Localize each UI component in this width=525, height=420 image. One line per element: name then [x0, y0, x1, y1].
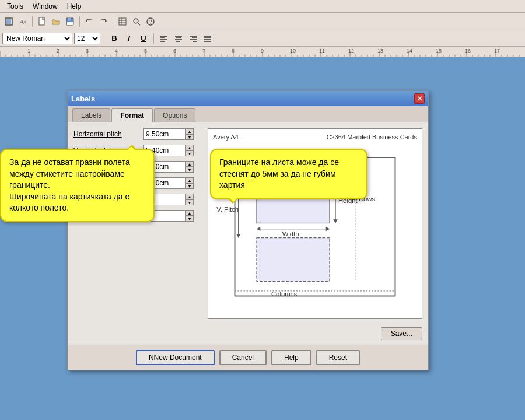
toolbar-sep-3: [113, 16, 113, 27]
align-left-button[interactable]: [158, 32, 170, 45]
dialog-close-button[interactable]: ✕: [414, 93, 425, 104]
dialog-footer: NNew Document Cancel Help Reset: [68, 345, 428, 370]
justify-button[interactable]: [201, 32, 214, 45]
help-button[interactable]: Help: [271, 350, 312, 365]
help-label: Help: [284, 354, 299, 362]
toolbar-sep-2: [79, 16, 80, 27]
new-document-button[interactable]: NNew Document: [136, 350, 215, 365]
toolbar-btn-help[interactable]: ?: [144, 15, 157, 28]
svg-rect-50: [257, 238, 330, 282]
format-bar: New Roman 12 B I U: [0, 30, 525, 47]
spin-extra1: ▲ ▼: [186, 194, 194, 205]
toolbar-sep-1: [32, 16, 33, 27]
cancel-button[interactable]: Cancel: [219, 350, 267, 365]
spin-up-height[interactable]: ▲: [186, 177, 194, 183]
spin-up-width[interactable]: ▲: [186, 161, 194, 167]
toolbar-btn-search[interactable]: [130, 15, 143, 28]
spin-down-vertical-pitch[interactable]: ▼: [186, 150, 194, 156]
input-horizontal-pitch[interactable]: [144, 128, 186, 140]
toolbar-btn-new[interactable]: [36, 15, 48, 28]
svg-rect-7: [67, 22, 73, 25]
dialog-title-bar: Labels ✕: [68, 91, 428, 106]
format-sep-1: [104, 33, 104, 44]
bold-button[interactable]: B: [108, 32, 121, 45]
spin-down-width[interactable]: ▼: [186, 167, 194, 173]
tab-format[interactable]: Format: [111, 108, 153, 123]
right-callout: Границите на листа може да се стеснят до…: [210, 149, 368, 200]
app-background: Tools Window Help AA: [0, 0, 525, 420]
label-horizontal-pitch: Horizontal pitch: [74, 130, 144, 138]
save-row: Save...: [68, 325, 428, 345]
spin-up-horizontal-pitch[interactable]: ▲: [186, 128, 194, 134]
spin-vertical-pitch: ▲ ▼: [186, 145, 194, 156]
svg-line-15: [138, 23, 140, 25]
menu-bar: Tools Window Help: [0, 0, 525, 13]
reset-label: Reset: [329, 354, 347, 362]
preview-label-card: C2364 Marbled Business Cards: [327, 134, 417, 141]
spin-horizontal-pitch: ▲ ▼: [186, 128, 194, 140]
preview-label-avery: Avery A4: [213, 134, 239, 141]
dialog-tabs: Labels Format Options: [68, 106, 428, 123]
svg-rect-1: [6, 19, 11, 24]
svg-rect-6: [68, 18, 71, 21]
spin-height: ▲ ▼: [186, 177, 194, 189]
main-toolbar: AA ?: [0, 13, 525, 30]
underline-button[interactable]: U: [137, 32, 150, 45]
spin-up-extra1[interactable]: ▲: [186, 194, 194, 200]
left-callout-text: За да не остават празни полета между ети…: [9, 158, 130, 212]
toolbar-btn-open[interactable]: [50, 15, 62, 28]
dialog-title: Labels: [71, 94, 95, 103]
tab-options[interactable]: Options: [154, 108, 195, 122]
toolbar-btn-table[interactable]: [116, 15, 129, 28]
svg-rect-10: [119, 18, 126, 25]
ruler: [0, 47, 525, 57]
ruler-canvas: [0, 47, 525, 57]
spin-up-vertical-pitch[interactable]: ▲: [186, 145, 194, 150]
toolbar-btn-redo[interactable]: [97, 15, 110, 28]
svg-text:Width: Width: [282, 230, 299, 237]
preview-title-row: Avery A4 C2364 Marbled Business Cards: [213, 134, 417, 141]
labels-dialog: Labels ✕ Labels Format Options Horizonta…: [67, 90, 429, 370]
svg-point-14: [134, 19, 138, 23]
italic-button[interactable]: I: [123, 32, 135, 45]
spin-up-extra2[interactable]: ▲: [186, 210, 194, 216]
spin-down-extra2[interactable]: ▼: [186, 216, 194, 222]
tab-labels[interactable]: Labels: [72, 108, 110, 122]
reset-button[interactable]: Reset: [316, 350, 360, 365]
new-document-label: NNew Document: [149, 354, 202, 362]
svg-text:?: ?: [149, 18, 153, 25]
toolbar-btn-undo[interactable]: [83, 15, 96, 28]
align-center-button[interactable]: [172, 32, 185, 45]
toolbar-btn-save[interactable]: [64, 15, 76, 28]
right-callout-text: Границите на листа може да се стеснят до…: [219, 158, 339, 190]
align-right-button[interactable]: [187, 32, 200, 45]
spin-down-horizontal-pitch[interactable]: ▼: [186, 134, 194, 140]
toolbar-btn-2[interactable]: AA: [16, 15, 29, 28]
svg-text:A: A: [23, 19, 27, 26]
spin-down-extra1[interactable]: ▼: [186, 200, 194, 205]
spin-width: ▲ ▼: [186, 161, 194, 173]
font-selector[interactable]: New Roman: [2, 33, 72, 44]
menu-window[interactable]: Window: [28, 1, 62, 12]
field-horizontal-pitch: Horizontal pitch ▲ ▼: [74, 128, 202, 140]
format-sep-2: [153, 33, 154, 44]
toolbar-btn-1[interactable]: [2, 15, 15, 28]
menu-help[interactable]: Help: [62, 1, 86, 12]
size-selector[interactable]: 12: [74, 33, 100, 44]
input-group-horizontal-pitch: ▲ ▼: [144, 128, 194, 140]
menu-tools[interactable]: Tools: [2, 1, 28, 12]
spin-extra2: ▲ ▼: [186, 210, 194, 222]
save-button[interactable]: Save...: [381, 327, 422, 340]
left-callout: За да не остават празни полета между ети…: [0, 149, 155, 222]
spin-down-height[interactable]: ▼: [186, 183, 194, 189]
